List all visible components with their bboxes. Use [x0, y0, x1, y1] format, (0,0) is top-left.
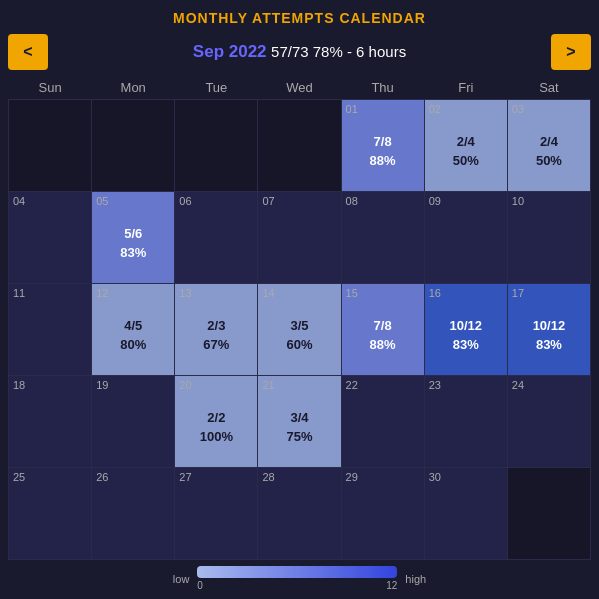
weekday-thu: Thu	[341, 78, 424, 100]
cell-date-number: 15	[346, 287, 420, 299]
cell-date-number: 25	[13, 471, 87, 483]
cell-percent: 88%	[370, 336, 396, 354]
cell-fraction: 10/12	[533, 317, 566, 335]
weekday-tue: Tue	[175, 78, 258, 100]
cell-fraction: 3/4	[290, 409, 308, 427]
calendar-cell	[507, 468, 590, 560]
cell-data: 2/450%	[512, 117, 586, 186]
cell-date-number: 11	[13, 287, 87, 299]
legend-ticks: 0 12	[197, 580, 397, 591]
calendar-cell[interactable]: 022/450%	[424, 100, 507, 192]
cell-date-number: 09	[429, 195, 503, 207]
calendar-cell: 26	[92, 468, 175, 560]
calendar-cell[interactable]: 124/580%	[92, 284, 175, 376]
calendar-cell: 06	[175, 192, 258, 284]
calendar-cell: 19	[92, 376, 175, 468]
cell-date-number: 03	[512, 103, 586, 115]
calendar-cell[interactable]: 213/475%	[258, 376, 341, 468]
weekday-sun: Sun	[9, 78, 92, 100]
calendar-week-row: 1819202/2100%213/475%222324	[9, 376, 591, 468]
calendar-cell: 04	[9, 192, 92, 284]
cell-percent: 75%	[286, 428, 312, 446]
cell-fraction: 2/2	[207, 409, 225, 427]
calendar-week-row: 04055/683%0607080910	[9, 192, 591, 284]
legend-row: low 0 12 high	[8, 566, 591, 591]
cell-data: 3/475%	[262, 393, 336, 462]
calendar-cell[interactable]: 157/888%	[341, 284, 424, 376]
next-month-button[interactable]: >	[551, 34, 591, 70]
cell-date-number: 01	[346, 103, 420, 115]
cell-date-number: 13	[179, 287, 253, 299]
legend-tick-0: 0	[197, 580, 203, 591]
weekday-header-row: Sun Mon Tue Wed Thu Fri Sat	[9, 78, 591, 100]
cell-percent: 83%	[536, 336, 562, 354]
calendar-cell	[92, 100, 175, 192]
cell-percent: 83%	[453, 336, 479, 354]
nav-info: Sep 2022 57/73 78% - 6 hours	[48, 42, 551, 62]
cell-fraction: 5/6	[124, 225, 142, 243]
weekday-mon: Mon	[92, 78, 175, 100]
cell-percent: 60%	[286, 336, 312, 354]
calendar-cell: 10	[507, 192, 590, 284]
cell-data: 7/888%	[346, 301, 420, 370]
month-stats: 57/73 78% - 6 hours	[271, 43, 406, 60]
cell-percent: 83%	[120, 244, 146, 262]
cell-percent: 67%	[203, 336, 229, 354]
cell-date-number: 06	[179, 195, 253, 207]
cell-fraction: 7/8	[374, 317, 392, 335]
calendar-cell[interactable]: 1610/1283%	[424, 284, 507, 376]
cell-data: 4/580%	[96, 301, 170, 370]
cell-date-number: 02	[429, 103, 503, 115]
calendar-table: Sun Mon Tue Wed Thu Fri Sat 017/888%022/…	[8, 78, 591, 560]
calendar-cell[interactable]: 055/683%	[92, 192, 175, 284]
calendar-cell: 29	[341, 468, 424, 560]
cell-fraction: 4/5	[124, 317, 142, 335]
calendar-cell: 11	[9, 284, 92, 376]
cell-date-number: 10	[512, 195, 586, 207]
calendar-cell: 24	[507, 376, 590, 468]
calendar-cell: 09	[424, 192, 507, 284]
calendar-cell: 08	[341, 192, 424, 284]
cell-date-number: 07	[262, 195, 336, 207]
calendar-cell[interactable]: 032/450%	[507, 100, 590, 192]
calendar-cell	[175, 100, 258, 192]
prev-month-button[interactable]: <	[8, 34, 48, 70]
legend-low-label: low	[173, 573, 190, 585]
cell-fraction: 7/8	[374, 133, 392, 151]
cell-data: 10/1283%	[429, 301, 503, 370]
calendar-cell: 28	[258, 468, 341, 560]
cell-data: 2/2100%	[179, 393, 253, 462]
calendar-cell[interactable]: 202/2100%	[175, 376, 258, 468]
cell-percent: 50%	[536, 152, 562, 170]
cell-date-number: 04	[13, 195, 87, 207]
cell-date-number: 29	[346, 471, 420, 483]
cell-date-number: 30	[429, 471, 503, 483]
cell-date-number: 19	[96, 379, 170, 391]
cell-data: 2/367%	[179, 301, 253, 370]
cell-date-number: 12	[96, 287, 170, 299]
cell-fraction: 2/3	[207, 317, 225, 335]
cell-date-number: 14	[262, 287, 336, 299]
legend-tick-12: 12	[386, 580, 397, 591]
calendar-cell	[9, 100, 92, 192]
weekday-fri: Fri	[424, 78, 507, 100]
cell-date-number: 05	[96, 195, 170, 207]
calendar-cell[interactable]: 017/888%	[341, 100, 424, 192]
cell-fraction: 2/4	[457, 133, 475, 151]
nav-row: < Sep 2022 57/73 78% - 6 hours >	[8, 34, 591, 70]
calendar-week-row: 11124/580%132/367%143/560%157/888%1610/1…	[9, 284, 591, 376]
weekday-sat: Sat	[507, 78, 590, 100]
cell-date-number: 20	[179, 379, 253, 391]
cell-data: 10/1283%	[512, 301, 586, 370]
calendar-cell: 22	[341, 376, 424, 468]
legend-bar	[197, 566, 397, 578]
calendar-cell: 23	[424, 376, 507, 468]
legend-high-label: high	[405, 573, 426, 585]
weekday-wed: Wed	[258, 78, 341, 100]
cell-date-number: 23	[429, 379, 503, 391]
calendar-container: MONTHLY ATTEMPTS CALENDAR < Sep 2022 57/…	[0, 0, 599, 599]
calendar-cell[interactable]: 143/560%	[258, 284, 341, 376]
calendar-cell[interactable]: 1710/1283%	[507, 284, 590, 376]
calendar-cell[interactable]: 132/367%	[175, 284, 258, 376]
cell-percent: 80%	[120, 336, 146, 354]
